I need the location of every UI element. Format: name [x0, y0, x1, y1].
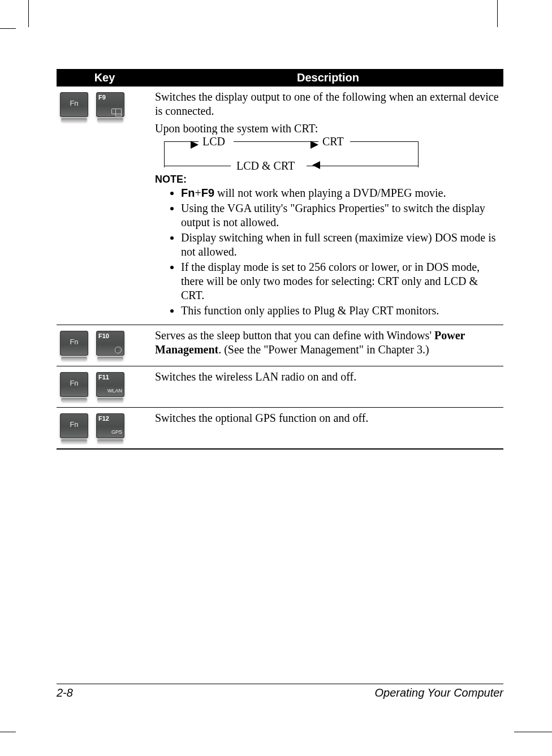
hotkey-table: Key Description Fn F9 — [57, 69, 503, 450]
desc-text: Switches the wireless LAN radio on and o… — [155, 370, 501, 384]
keycap-fn: Fn — [60, 92, 88, 122]
cycle-label-both: LCD & CRT — [235, 159, 296, 173]
keycap-label: F10 — [98, 332, 109, 340]
table-row: Fn F10 Serves as — [57, 325, 503, 366]
table-row: Fn F12 GPS Switches the option — [57, 407, 503, 449]
list-item: Using the VGA utility's "Graphics Proper… — [181, 201, 501, 230]
arrow-right-icon — [310, 141, 318, 149]
list-item: This function only applies to Plug & Pla… — [181, 304, 501, 318]
page-number: 2-8 — [57, 686, 73, 699]
crop-mark — [28, 0, 29, 27]
cycle-label-crt: CRT — [321, 135, 345, 149]
crop-mark — [514, 732, 552, 732]
list-item: Fn+F9 will not work when playing a DVD/M… — [181, 186, 501, 200]
keycap-label: Fn — [60, 379, 88, 388]
col-header-key: Key — [57, 69, 153, 87]
list-item: If the display mode is set to 256 colors… — [181, 260, 501, 303]
note-heading: NOTE: — [155, 173, 501, 186]
col-header-desc: Description — [153, 69, 503, 87]
chapter-title: Operating Your Computer — [374, 686, 503, 699]
keycap-group-fn-f11: Fn F11 WLAN — [59, 370, 150, 401]
keycap-group-fn-f10: Fn F10 — [59, 329, 150, 360]
display-cycle-diagram: LCD CRT LCD & CRT — [164, 139, 419, 170]
desc-text: Serves as the sleep button that you can … — [155, 329, 501, 357]
desc-text: Upon booting the system with CRT: — [155, 122, 501, 136]
keycap-f9: F9 — [96, 92, 124, 122]
sleep-icon — [115, 347, 122, 353]
keycap-label: F11 — [98, 374, 109, 382]
keycap-fn: Fn — [60, 413, 88, 443]
keycap-sublabel: GPS — [111, 429, 122, 435]
page-footer: 2-8 Operating Your Computer — [57, 684, 503, 699]
arrow-right-icon — [191, 141, 199, 149]
page-content: Key Description Fn F9 — [57, 69, 503, 450]
keycap-label: Fn — [60, 99, 88, 108]
keycap-group-fn-f9: Fn F9 — [59, 90, 150, 122]
note-list: Fn+F9 will not work when playing a DVD/M… — [155, 186, 501, 318]
keycap-f10: F10 — [96, 331, 124, 360]
display-icon — [111, 109, 122, 114]
crop-mark — [0, 28, 16, 29]
keycap-sublabel: WLAN — [107, 388, 122, 394]
cycle-label-lcd: LCD — [201, 135, 226, 149]
keycap-fn: Fn — [60, 331, 88, 360]
arrow-left-icon — [312, 161, 320, 169]
keycap-label: F9 — [98, 94, 106, 102]
keycap-f11: F11 WLAN — [96, 372, 124, 401]
keycap-group-fn-f12: Fn F12 GPS — [59, 411, 150, 443]
table-row: Fn F9 Switches the display ou — [57, 87, 503, 325]
keycap-fn: Fn — [60, 372, 88, 401]
table-row: Fn F11 WLAN Switches the wirel — [57, 366, 503, 407]
crop-mark — [0, 732, 16, 732]
keycap-label: F12 — [98, 415, 109, 423]
list-item: Display switching when in full screen (m… — [181, 231, 501, 259]
keycap-label: Fn — [60, 420, 88, 429]
desc-text: Switches the optional GPS function on an… — [155, 411, 501, 425]
keycap-f12: F12 GPS — [96, 413, 124, 443]
crop-mark — [497, 0, 498, 27]
desc-text: Switches the display output to one of th… — [155, 90, 501, 118]
keycap-label: Fn — [60, 338, 88, 347]
